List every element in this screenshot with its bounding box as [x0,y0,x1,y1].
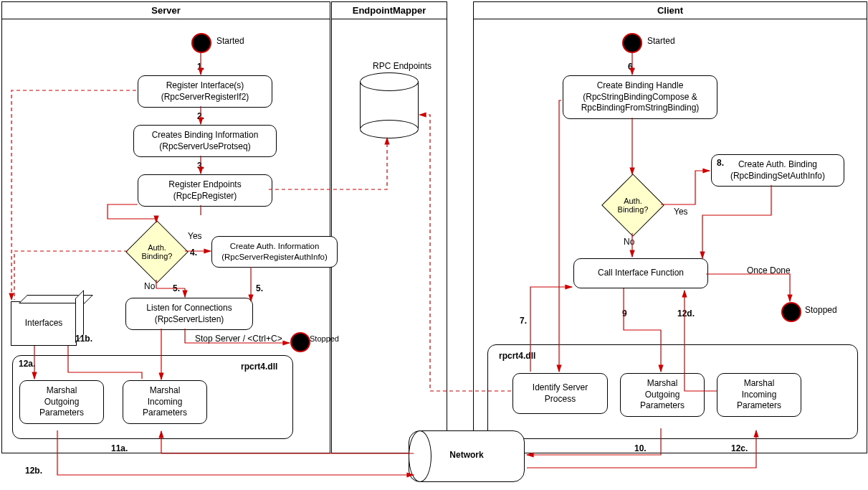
step-3: 3. [197,161,204,171]
client-create-auth: Create Auth. Binding (RpcBindingSetAuthI… [711,154,844,187]
step-4: 4. [190,248,197,258]
server-started-label: Started [216,36,244,46]
step-9: 9 [622,308,627,319]
endpoint-mapper-panel-title: EndpointMapper [332,2,447,19]
rpc-endpoints-cylinder [360,72,417,137]
step-12b: 12b. [25,466,42,476]
server-rpcrt4-title: rpcrt4.dll [235,359,283,374]
step-12d: 12d. [677,308,695,319]
client-stopped-label: Stopped [805,305,837,315]
server-register-interface: Register Interface(s) (RpcServerRegister… [138,75,272,108]
step-6: 6. [628,62,635,72]
step-11b: 11b. [75,334,92,344]
client-rpcrt4-title: rpcrt4.dll [493,348,541,364]
step-12c: 12c. [731,443,748,453]
client-auth-no: No [624,237,634,247]
server-stopped-dot [290,332,310,352]
step-1: 1. [197,62,204,72]
server-listen: Listen for Connections (RpcServerListen) [125,298,253,330]
server-marshal-out: Marshal Outgoing Parameters [19,380,104,424]
client-started-dot [622,33,642,53]
client-stopped-dot [781,302,801,322]
server-panel-title: Server [2,2,330,19]
server-create-auth: Create Auth. Information (RpcServerRegis… [211,236,338,268]
step-5b: 5. [256,283,263,293]
client-marshal-out: Marshal Outgoing Parameters [620,373,705,417]
server-register-endpoints: Register Endpoints (RpcEpRegister) [138,174,272,207]
client-once-done: Once Done [747,265,791,275]
step-8: 8. [717,158,724,168]
step-12a: 12a. [19,359,35,369]
step-10: 10. [634,443,647,453]
rpc-endpoints-label: RPC Endpoints [373,61,431,71]
client-call-interface: Call Interface Function [573,258,708,288]
step-11a: 11a. [111,443,128,453]
client-started-label: Started [647,36,675,46]
client-create-binding: Create Binding Handle (RpcStringBindingC… [563,75,717,119]
client-panel-title: Client [474,2,867,19]
server-auth-no: No [144,281,155,291]
client-identify-server: Identify Server Process [512,373,608,414]
server-binding-info: Creates Binding Information (RpcServerUs… [133,125,277,157]
server-started-dot [191,33,211,53]
network-node: Network [409,430,525,482]
client-marshal-in: Marshal Incoming Parameters [717,373,801,417]
step-5a: 5. [173,283,180,293]
step-2: 2. [197,111,204,121]
server-interfaces-cube: Interfaces [11,301,77,346]
server-stop-label: Stop Server / <Ctrl+C> [195,334,282,344]
client-auth-yes: Yes [674,207,688,217]
step-7: 7. [520,316,527,326]
server-marshal-in: Marshal Incoming Parameters [123,380,207,424]
server-stopped-label: Stopped [310,334,339,343]
server-auth-yes: Yes [188,231,202,241]
